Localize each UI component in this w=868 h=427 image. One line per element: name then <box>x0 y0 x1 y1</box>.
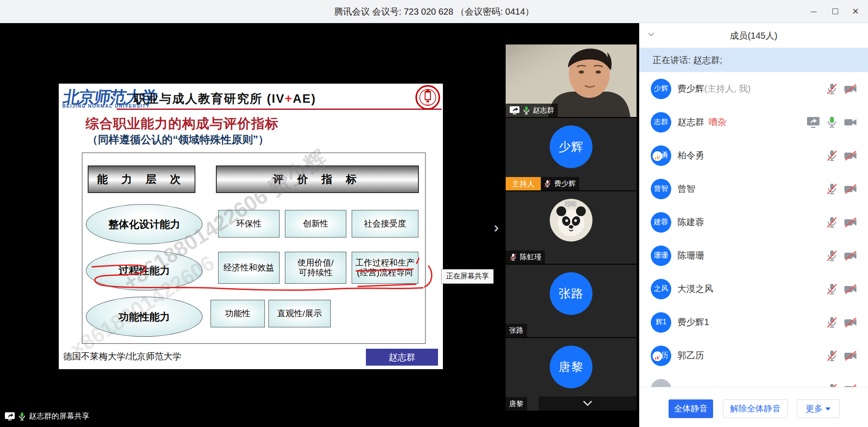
avatar: 建蓉 <box>651 212 671 233</box>
member-name: 赵志群嘈杂 <box>677 105 726 139</box>
indicator-box: 创新性 <box>285 210 346 238</box>
avatar: 张路 <box>550 272 592 315</box>
tile-participant-name: 陈虹瑾 <box>520 253 541 262</box>
member-panel-footer: 全体静音 解除全体静音 更多 <box>639 387 868 427</box>
tile-name-bar: 唐黎 <box>506 397 527 411</box>
mic-muted-icon <box>544 179 552 188</box>
tile-name-bar: 主持人费少辉 <box>506 177 579 190</box>
screen-share-icon <box>4 412 15 421</box>
tile-name-bar: 陈虹瑾 <box>506 250 545 264</box>
mic-active-icon <box>825 116 839 129</box>
presentation-slide: 北京师范大学 BEIJING NORMAL UNIVERSITY 职业与成人教育… <box>59 84 443 369</box>
tile-participant-name: 张路 <box>509 326 523 335</box>
member-name: 曾智 <box>677 172 695 205</box>
member-status-icons <box>825 139 858 172</box>
member-status-icons <box>825 172 858 205</box>
caret-down-icon <box>825 407 831 411</box>
camera-off-icon <box>843 82 858 96</box>
noisy-tag: 嘈杂 <box>709 117 726 127</box>
avatar: 少辉 <box>550 125 592 168</box>
member-row[interactable]: 曾智曾智 <box>639 172 868 205</box>
member-list: 少辉费少辉(主持人, 我)志群赵志群嘈杂令勇柏令勇曾智曾智建蓉陈建蓉珊珊陈珊珊之… <box>639 72 868 387</box>
maximize-button[interactable] <box>825 0 845 23</box>
avatar: 少辉 <box>651 79 671 99</box>
slide-subtitle: （同样遵循公认的“领域特殊性原则”） <box>85 133 272 147</box>
mic-muted-icon <box>825 383 839 387</box>
title-bar: 腾讯会议 会议号: 723 020 628 （会议密码: 0414） ─ ✕ <box>0 0 868 23</box>
mic-muted-icon <box>825 149 839 162</box>
unmute-all-button[interactable]: 解除全体静音 <box>723 399 788 418</box>
video-tile[interactable]: 唐黎唐黎 <box>506 338 637 411</box>
member-status-icons <box>825 239 858 272</box>
avatar: 志群 <box>651 112 671 133</box>
video-tile[interactable]: 赵志群 <box>506 44 637 117</box>
mic-muted-icon <box>825 349 839 363</box>
maximize-icon <box>832 8 838 14</box>
meeting-title: 腾讯会议 会议号: 723 020 628 （会议密码: 0414） <box>0 0 868 23</box>
video-strip-collapse-chevron[interactable]: › <box>490 218 503 238</box>
indicator-box: 环保性 <box>218 210 280 238</box>
member-row[interactable]: 志群赵志群嘈杂 <box>639 105 868 139</box>
chevron-down-icon <box>582 400 593 407</box>
mute-all-button[interactable]: 全体静音 <box>669 399 713 418</box>
camera-off-icon <box>843 316 858 329</box>
member-row[interactable]: 建蓉陈建蓉 <box>639 205 868 239</box>
mic-muted-icon <box>825 216 839 229</box>
avatar: 唐黎 <box>550 346 592 388</box>
panda-avatar: 啾咪 <box>550 199 592 242</box>
mic-active-icon <box>18 412 26 421</box>
slide-author-box: 赵志群 <box>366 349 438 366</box>
tile-name-bar: 张路 <box>506 324 527 337</box>
indicator-box: 使用价值/ 可持续性 <box>285 252 346 284</box>
member-row[interactable]: 珊珊陈珊珊 <box>639 239 868 272</box>
capability-ellipse: 整体化设计能力 <box>86 204 203 244</box>
member-row[interactable]: 少辉费少辉(主持人, 我) <box>639 72 868 105</box>
tile-participant-name: 费少辉 <box>554 179 576 189</box>
member-row[interactable]: 之风大漠之风 <box>639 272 868 306</box>
tile-name-bar: 赵志群 <box>506 104 558 117</box>
indicator-box: 工作过程和生产 (经营)流程导向 <box>352 252 418 284</box>
member-status-icons <box>806 105 858 139</box>
member-row[interactable]: 令勇柏令勇 <box>639 139 868 172</box>
member-name: 大漠之风 <box>677 272 713 306</box>
member-role-suffix: (主持人, 我) <box>704 84 750 93</box>
camera-off-icon <box>843 182 858 196</box>
video-tile[interactable]: 少辉主持人费少辉 <box>506 118 637 190</box>
camera-off-icon <box>843 383 858 387</box>
mic-muted-icon <box>509 253 517 262</box>
capability-ellipse: 过程性能力 <box>86 250 203 290</box>
strip-collapse-bar[interactable] <box>539 396 637 411</box>
mic-muted-icon <box>825 249 839 262</box>
more-button[interactable]: 更多 <box>797 399 840 418</box>
member-row[interactable]: 乙历郭乙历 <box>639 339 868 372</box>
camera-off-icon <box>843 249 858 262</box>
screen-share-status: 赵志群的屏幕共享 <box>4 411 89 421</box>
network-signal-icon <box>653 151 662 161</box>
member-status-icons <box>825 72 858 105</box>
university-seal-icon: 1902 <box>415 85 441 110</box>
member-name: 郭乙历 <box>677 339 704 372</box>
avatar: 曾智 <box>651 179 671 199</box>
camera-off-icon <box>843 216 858 229</box>
sharing-badge-icon <box>509 106 520 115</box>
screen-share-area: 北京师范大学 BEIJING NORMAL UNIVERSITY 职业与成人教育… <box>0 23 506 427</box>
tencent-meeting-window: 腾讯会议 会议号: 723 020 628 （会议密码: 0414） ─ ✕ 北… <box>0 0 868 427</box>
member-name: 费少辉1 <box>677 306 709 339</box>
institute-title: 职业与成人教育研究所 (IV+AE) <box>134 91 316 107</box>
svg-text:啾咪: 啾咪 <box>565 201 577 207</box>
mic-active-icon <box>523 106 530 115</box>
video-tile[interactable]: 啾咪陈虹瑾 <box>506 191 637 264</box>
diagram-header-capability-levels: 能 力 层 次 <box>88 165 195 193</box>
mic-muted-icon <box>825 282 839 296</box>
avatar: 之风 <box>651 279 671 299</box>
camera-on-icon <box>843 116 858 129</box>
close-button[interactable]: ✕ <box>846 0 865 23</box>
avatar: 辉1 <box>651 312 671 333</box>
minimize-button[interactable]: ─ <box>804 0 823 23</box>
competence-diagram: 能 力 层 次 评 价 指 标 整体化设计能力环保性创新性社会接受度过程性能力经… <box>82 153 426 344</box>
avatar: 珊珊 <box>651 246 671 266</box>
member-row[interactable]: 辉1费少辉1 <box>639 306 868 339</box>
video-tile[interactable]: 张路张路 <box>506 265 637 337</box>
mic-muted-icon <box>825 82 839 96</box>
tile-participant-name: 唐黎 <box>509 399 523 409</box>
